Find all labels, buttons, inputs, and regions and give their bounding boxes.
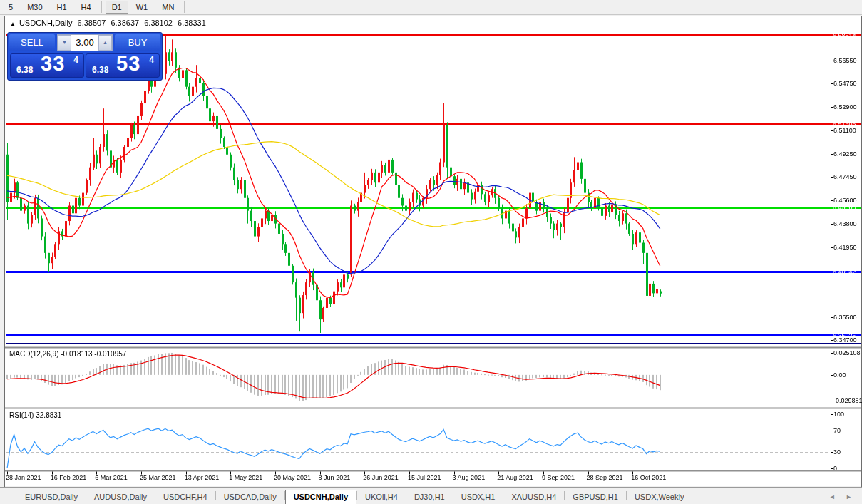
chart-tab-usdx[interactable]: USDX,H1 — [453, 490, 503, 504]
ask-price-big-digits: 53 — [116, 52, 140, 76]
macd-tick-label: 0.025108 — [833, 349, 861, 356]
date-tick-label: 9 Sep 2021 — [542, 474, 575, 481]
bid-price-big-digits: 33 — [41, 52, 65, 76]
chart-tab-audusd[interactable]: AUDUSD,Daily — [86, 490, 155, 504]
ohlc-open: 6.38507 — [78, 19, 106, 27]
date-tick-label: 26 Jun 2021 — [363, 474, 399, 481]
ohlc-close: 6.38331 — [178, 19, 206, 27]
toolbar-separator — [184, 1, 185, 13]
rsi-tick-label: 100 — [833, 411, 844, 418]
ask-price-base: 6.38 — [92, 65, 108, 75]
timeframe-button-5[interactable]: 5 — [2, 1, 19, 14]
chart-symbol-period: USDCNH,Daily — [19, 19, 73, 27]
price-level-chip: 6.38331 — [831, 289, 862, 298]
date-tick-label: 16 Oct 2021 — [631, 474, 666, 481]
bid-quote-box[interactable]: 6.38 33 4 — [10, 53, 84, 78]
ask-quote-box[interactable]: 6.38 53 4 — [86, 53, 160, 78]
price-tick-label: 6.47450 — [833, 173, 857, 180]
toolbar-separator — [101, 1, 102, 13]
price-level-chip: 6.45060 — [831, 203, 862, 212]
bid-price-pip-digit: 4 — [73, 55, 78, 65]
timeframe-button-w1[interactable]: W1 — [130, 1, 155, 14]
price-tick-label: 6.54750 — [833, 80, 857, 87]
date-tick-label: 16 Feb 2021 — [51, 474, 87, 481]
timeframe-button-m30[interactable]: M30 — [21, 1, 48, 14]
price-level-chip: 6.51605 — [831, 120, 862, 128]
chart-tab-usdchf[interactable]: USDCHF,H4 — [155, 490, 215, 504]
buy-button[interactable]: BUY — [115, 34, 160, 51]
ohlc-low: 6.38102 — [144, 19, 173, 27]
date-tick-label: 8 Jun 2021 — [319, 474, 351, 481]
sell-button[interactable]: SELL — [9, 34, 55, 51]
date-tick-label: 15 Jul 2021 — [408, 474, 441, 481]
timeframe-button-mn[interactable]: MN — [155, 1, 180, 14]
ask-price-pip-digit: 4 — [149, 55, 154, 65]
macd-tick-label: -0.029881 — [833, 397, 862, 404]
rsi-tick-label: 70 — [833, 427, 841, 434]
tab-scroll-arrows[interactable]: ◄ ► — [829, 493, 856, 500]
price-level-chip: 6.35025 — [831, 331, 862, 340]
chart-tab-dj30[interactable]: DJ30,H1 — [406, 490, 453, 504]
date-tick-label: 21 Aug 2021 — [497, 474, 533, 481]
rsi-indicator-label: RSI(14) 32.8831 — [9, 411, 61, 419]
price-level-chip: 6.58514 — [831, 31, 862, 40]
date-tick-label: 1 May 2021 — [229, 474, 262, 481]
chart-tab-gbpusd[interactable]: GBPUSD,H1 — [565, 490, 626, 504]
date-tick-label: 28 Jan 2021 — [6, 474, 41, 481]
date-tick-label: 6 Mar 2021 — [95, 474, 128, 481]
volume-decrease-button[interactable]: ▼ — [58, 35, 71, 51]
chart-tab-usdx[interactable]: USDX,Weekly — [627, 490, 692, 504]
date-tick-label: 3 Aug 2021 — [453, 474, 486, 481]
price-tick-label: 6.41950 — [833, 244, 857, 251]
rsi-tick-label: 0 — [833, 465, 837, 472]
volume-spinner: ▼ 3.00 ▲ — [57, 34, 113, 51]
price-tick-label: 6.36500 — [833, 314, 857, 321]
chart-tab-usdcad[interactable]: USDCAD,Daily — [216, 490, 284, 504]
chart-tab-eurusd[interactable]: EURUSD,Daily — [17, 490, 86, 504]
trading-terminal-window: 5M30H1H4D1W1MN ▲USDCNH,Daily 6.38507 6.3… — [0, 0, 862, 504]
date-tick-label: 28 Sep 2021 — [587, 474, 623, 481]
chart-tab-usdcnh[interactable]: USDCNH,Daily — [285, 490, 356, 504]
chart-tab-bar: EURUSD,DailyAUDUSD,DailyUSDCHF,H4USDCAD,… — [0, 487, 862, 504]
tab-separator — [692, 491, 692, 500]
ohlc-high: 6.38637 — [111, 19, 139, 27]
chart-title: ▲USDCNH,Daily 6.38507 6.38637 6.38102 6.… — [10, 19, 209, 27]
macd-indicator-label: MACD(12,26,9) -0.018113 -0.010957 — [9, 350, 126, 358]
timeframe-toolbar: 5M30H1H4D1W1MN — [0, 0, 862, 15]
bid-price-base: 6.38 — [16, 65, 33, 75]
volume-increase-button[interactable]: ▲ — [98, 35, 112, 51]
collapse-triangle-icon[interactable]: ▲ — [10, 21, 16, 27]
date-tick-label: 20 May 2021 — [274, 474, 311, 481]
price-tick-label: 6.49250 — [833, 150, 857, 158]
volume-input[interactable]: 3.00 — [71, 35, 98, 51]
chart-tab-xauusd[interactable]: XAUUSD,H4 — [503, 490, 564, 504]
price-tick-label: 6.43800 — [833, 220, 857, 227]
timeframe-button-d1[interactable]: D1 — [106, 1, 128, 14]
timeframe-button-h1[interactable]: H1 — [51, 1, 73, 14]
date-tick-label: 13 Apr 2021 — [185, 474, 220, 481]
macd-tick-label: 0.00 — [833, 371, 846, 379]
price-tick-label: 6.52900 — [833, 103, 857, 110]
date-tick-label: 25 Mar 2021 — [140, 474, 176, 481]
price-tick-label: 6.56550 — [833, 57, 857, 64]
one-click-trading-panel: SELL ▼ 3.00 ▲ BUY 6.38 33 4 6.38 53 4 — [7, 32, 163, 81]
chart-tab-ukoil[interactable]: UKOil,H4 — [357, 490, 406, 504]
price-level-chip: 6.40042 — [831, 267, 862, 276]
timeframe-button-h4[interactable]: H4 — [75, 1, 98, 14]
rsi-tick-label: 30 — [833, 448, 841, 456]
